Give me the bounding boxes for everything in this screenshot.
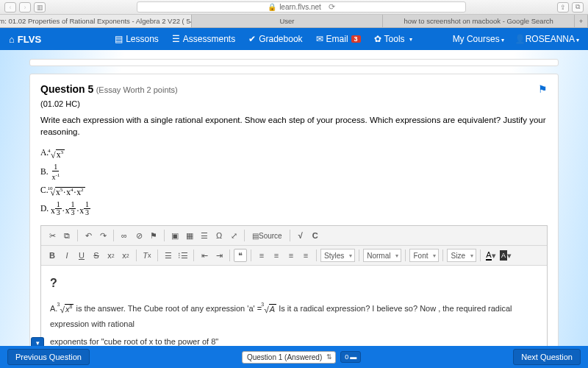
email-badge: 3 — [351, 35, 361, 43]
option-b: B. 1x-1 — [40, 163, 548, 181]
browser-tabs: Exam: 01.02 Properties of Rational Expon… — [0, 15, 588, 28]
back-button[interactable]: ‹ — [4, 2, 16, 13]
omega-button[interactable]: Ω — [212, 229, 226, 242]
indent-button[interactable]: ⇥ — [212, 249, 226, 262]
chat-icon: ▬ — [350, 353, 356, 361]
justify-button[interactable]: ≡ — [299, 249, 312, 262]
forward-button[interactable]: › — [19, 2, 31, 13]
bold-button[interactable]: B — [46, 249, 59, 262]
text-color-button[interactable]: A ▾ — [484, 249, 498, 262]
editor-toolbar-2: B I U S x2 x2 Tx ☰ ⁝☰ ⇤ ⇥ ❝ — [41, 246, 547, 266]
bg-color-button[interactable]: A ▾ — [499, 249, 512, 262]
strike-button[interactable]: S — [90, 249, 103, 262]
align-right-button[interactable]: ≡ — [284, 249, 298, 262]
nav-my-courses[interactable]: My Courses▾ — [453, 34, 504, 44]
question-title: Question 5 — [40, 83, 93, 95]
editor-toolbar-1: ✂ ⧉ ↶ ↷ ∞ ⊘ ⚑ ▣ ▦ ☰ Ω ⤢ ▤ Source — [41, 226, 547, 246]
browser-tab[interactable]: Exam: 01.02 Properties of Rational Expon… — [0, 15, 192, 27]
sqrt-button[interactable]: √ — [294, 229, 307, 242]
source-button[interactable]: ▤ Source — [248, 229, 286, 242]
c-button[interactable]: C — [309, 229, 322, 242]
browser-tab[interactable]: User — [192, 15, 384, 27]
nav-label: Tools — [384, 34, 405, 44]
main-navbar: ⌂ FLVS ▤Lessons ☰Assessments ✔Gradebook … — [0, 28, 588, 50]
share-button[interactable]: ⇪ — [557, 2, 569, 13]
option-label: D. — [40, 204, 49, 213]
unlink-button[interactable]: ⊘ — [132, 229, 146, 242]
image-button[interactable]: ▣ — [168, 229, 182, 242]
underline-button[interactable]: U — [75, 249, 88, 262]
option-label: B. — [40, 167, 49, 176]
nav-assessments[interactable]: ☰Assessments — [172, 34, 235, 44]
cut-button[interactable]: ✂ — [46, 229, 59, 242]
ans-text: is the answer. The Cube root of any expr… — [76, 304, 265, 313]
table-button[interactable]: ▦ — [183, 229, 196, 242]
quote-button[interactable]: ❝ — [234, 249, 247, 262]
italic-button[interactable]: I — [60, 249, 74, 262]
question-prompt: Write each expression with a single rati… — [40, 114, 548, 138]
nav-label: My Courses — [453, 34, 500, 44]
mail-icon: ✉ — [316, 34, 323, 44]
font-select[interactable]: Font — [409, 249, 439, 262]
question-card: ⚑ Question 5 (Essay Worth 2 points) (01.… — [29, 74, 559, 368]
math-expr: 10x5·x4·x2 — [50, 183, 85, 199]
clear-format-button[interactable]: Tx — [140, 249, 154, 262]
bottom-bar: Previous Question Question 1 (Answered) … — [0, 346, 588, 368]
reload-icon[interactable]: ⟳ — [329, 2, 335, 12]
nav-gradebook[interactable]: ✔Gradebook — [248, 34, 302, 44]
align-center-button[interactable]: ≡ — [270, 249, 283, 262]
url-host: learn.flvs.net — [279, 3, 321, 11]
comment-count: 0 — [345, 353, 348, 361]
nav-lessons[interactable]: ▤Lessons — [115, 34, 159, 44]
math-expr: 3A — [264, 302, 276, 316]
browser-tab[interactable]: how to screenshot on macbook - Google Se… — [383, 15, 575, 27]
bullet-list-button[interactable]: ⁝☰ — [176, 249, 190, 262]
brand-label: FLVS — [18, 34, 41, 45]
nav-label: Lessons — [126, 34, 159, 44]
tabs-button[interactable]: ⧉ — [572, 2, 584, 13]
new-tab-button[interactable]: + — [575, 15, 588, 27]
redo-button[interactable]: ↷ — [96, 229, 110, 242]
expand-button[interactable]: ⤢ — [227, 229, 240, 242]
subscript-button[interactable]: x2 — [104, 249, 118, 262]
styles-select[interactable]: Styles — [320, 249, 355, 262]
chevron-down-icon: ▾ — [501, 37, 504, 43]
option-d: D. x13·x13·x13 — [40, 201, 548, 218]
outdent-button[interactable]: ⇤ — [198, 249, 211, 262]
undo-button[interactable]: ↶ — [82, 229, 95, 242]
math-expr: x13·x13·x13 — [51, 201, 90, 218]
brand[interactable]: ⌂ FLVS — [9, 34, 41, 45]
math-expr: 4x3 — [51, 145, 65, 162]
sidebar-button[interactable]: ▥ — [34, 2, 46, 13]
chevron-down-icon: ▾ — [576, 37, 579, 43]
link-button[interactable]: ∞ — [118, 229, 131, 242]
superscript-button[interactable]: x2 — [119, 249, 132, 262]
copy-button[interactable]: ⧉ — [60, 229, 74, 242]
check-icon: ✔ — [248, 34, 256, 44]
anchor-flag-button[interactable]: ⚑ — [147, 229, 160, 242]
nav-user[interactable]: 👤ROSEANNA▾ — [514, 34, 579, 44]
question-worth: (Essay Worth 2 points) — [96, 85, 178, 94]
comments-button[interactable]: 0▬ — [340, 351, 361, 363]
browser-toolbar: ‹ › ▥ 🔒 learn.flvs.net ⟳ ⇪ ⧉ — [0, 0, 588, 15]
size-select[interactable]: Size — [447, 249, 476, 262]
question-select[interactable]: Question 1 (Answered) — [242, 351, 336, 364]
home-icon: ⌂ — [9, 34, 15, 45]
nav-label: ROSEANNA — [526, 34, 575, 44]
prev-question-button[interactable]: Previous Question — [7, 349, 90, 365]
align-left-button[interactable]: ≡ — [255, 249, 268, 262]
nav-email[interactable]: ✉Email3 — [316, 34, 361, 44]
numbered-list-button[interactable]: ☰ — [162, 249, 175, 262]
user-icon: 👤 — [514, 34, 526, 44]
lock-icon: 🔒 — [268, 3, 276, 11]
format-select[interactable]: Normal — [363, 249, 401, 262]
editor-text: A. 3x8 is the answer. The Cube root of a… — [50, 302, 538, 330]
flag-icon[interactable]: ⚑ — [538, 83, 548, 95]
nav-label: Email — [326, 34, 348, 44]
question-code: (01.02 HC) — [40, 99, 548, 108]
nav-tools[interactable]: ✿Tools▾ — [374, 34, 412, 44]
next-question-button[interactable]: Next Question — [513, 349, 581, 365]
address-bar[interactable]: 🔒 learn.flvs.net ⟳ — [137, 1, 466, 13]
chevron-down-icon: ▾ — [409, 36, 412, 43]
hr-button[interactable]: ☰ — [198, 229, 211, 242]
